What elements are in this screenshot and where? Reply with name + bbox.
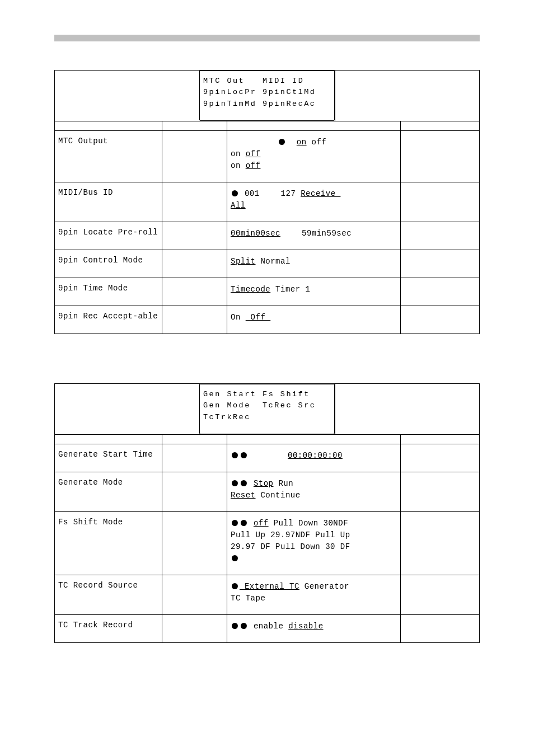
param-col2	[162, 182, 227, 222]
param-name: MTC Output	[55, 131, 162, 182]
column-header-row	[54, 435, 480, 444]
param-col4	[401, 512, 479, 575]
param-options: on offon offon off	[227, 131, 401, 182]
popup-menu-1: MTC Out MIDI ID 9pinLocPr 9pinCtlMd 9pin…	[199, 71, 335, 121]
param-options: 001127 Receive All	[227, 182, 401, 222]
param-col2	[162, 250, 227, 278]
param-col2	[162, 278, 227, 306]
section-header-spacer	[335, 71, 480, 121]
param-col4	[401, 222, 479, 250]
popup-line: 9pinLocPr 9pinCtlMd	[203, 87, 331, 98]
param-col4	[401, 131, 479, 182]
param-name: TC Record Source	[55, 575, 162, 614]
param-col4	[401, 472, 479, 511]
section-header-spacer	[54, 384, 199, 434]
param-name: Generate Start Time	[55, 444, 162, 472]
param-col2	[162, 306, 227, 334]
param-col2	[162, 512, 227, 575]
param-options: On Off	[227, 306, 401, 334]
table-row: 9pin Locate Pre-roll00min00sec59min59sec	[54, 222, 480, 250]
table-row: 9pin Rec Accept-ableOn Off	[54, 306, 480, 334]
table-row: Fs Shift Mode off Pull Down 30NDFPull Up…	[54, 512, 480, 575]
param-col4	[401, 278, 479, 306]
param-name: TC Track Record	[55, 615, 162, 642]
param-col4	[401, 250, 479, 278]
param-name: 9pin Time Mode	[55, 278, 162, 306]
popup-line: 9pinTimMd 9pinRecAc	[203, 98, 331, 110]
popup-line: MTC Out MIDI ID	[203, 76, 331, 87]
param-col2	[162, 472, 227, 511]
column-header	[162, 121, 227, 130]
popup-line: Gen Mode TcRec Src	[203, 400, 331, 411]
param-col4	[401, 182, 479, 222]
param-name: 9pin Rec Accept-able	[55, 306, 162, 334]
param-col2	[162, 444, 227, 472]
table-row: TC Record Source External TC GeneratorTC…	[54, 575, 480, 615]
table-row: TC Track Record enable disable	[54, 615, 480, 643]
table-row: Generate Mode Stop RunReset Continue	[54, 472, 480, 512]
section-header-spacer	[335, 384, 480, 434]
param-name: 9pin Locate Pre-roll	[55, 222, 162, 250]
param-col4	[401, 306, 479, 334]
table-row: MIDI/Bus ID 001127 Receive All	[54, 182, 480, 222]
param-col4	[401, 615, 479, 642]
popup-line: TcTrkRec	[203, 412, 331, 423]
table-row: Generate Start Time00:00:00:00	[54, 444, 480, 472]
column-header	[55, 121, 162, 130]
column-header-row	[54, 121, 480, 131]
param-options: off Pull Down 30NDFPull Up 29.97NDF Pull…	[227, 512, 401, 575]
param-name: Fs Shift Mode	[55, 512, 162, 575]
param-col2	[162, 131, 227, 182]
param-options: External TC GeneratorTC Tape	[227, 575, 401, 614]
section-header-row: Gen Start Fs Shift Gen Mode TcRec Src Tc…	[54, 383, 480, 435]
param-options: Timecode Timer 1	[227, 278, 401, 306]
param-options: 00min00sec59min59sec	[227, 222, 401, 250]
param-name: 9pin Control Mode	[55, 250, 162, 278]
column-header	[401, 121, 479, 130]
param-col4	[401, 575, 479, 614]
section-header-row: MTC Out MIDI ID 9pinLocPr 9pinCtlMd 9pin…	[54, 70, 480, 121]
param-options: 00:00:00:00	[227, 444, 401, 472]
header-band	[54, 35, 480, 41]
param-name: MIDI/Bus ID	[55, 182, 162, 222]
section-header-spacer	[54, 71, 199, 121]
param-col4	[401, 444, 479, 472]
param-col2	[162, 575, 227, 614]
param-name: Generate Mode	[55, 472, 162, 511]
table-section-midi: MTC Out MIDI ID 9pinLocPr 9pinCtlMd 9pin…	[54, 70, 480, 334]
popup-line: Gen Start Fs Shift	[203, 389, 331, 400]
param-col2	[162, 222, 227, 250]
param-options: Split Normal	[227, 250, 401, 278]
table-row: 9pin Time ModeTimecode Timer 1	[54, 278, 480, 306]
param-options: Stop RunReset Continue	[227, 472, 401, 511]
table-section-tc: Gen Start Fs Shift Gen Mode TcRec Src Tc…	[54, 383, 480, 643]
column-header	[55, 435, 162, 444]
column-header	[162, 435, 227, 444]
column-header	[227, 121, 401, 130]
column-header	[227, 435, 401, 444]
popup-menu-2: Gen Start Fs Shift Gen Mode TcRec Src Tc…	[199, 384, 335, 434]
param-col2	[162, 615, 227, 642]
table-row: MTC Output on offon offon off	[54, 131, 480, 182]
table-row: 9pin Control ModeSplit Normal	[54, 250, 480, 278]
column-header	[401, 435, 479, 444]
param-options: enable disable	[227, 615, 401, 642]
